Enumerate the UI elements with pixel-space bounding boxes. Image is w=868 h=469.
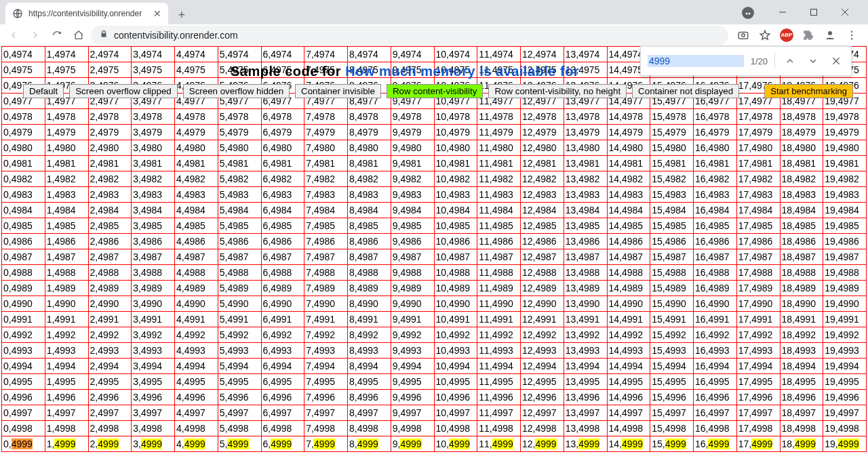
find-prev-button[interactable] — [782, 53, 798, 69]
grid-cell: 5,4985 — [218, 218, 261, 234]
grid-cell: 18,4994 — [780, 359, 823, 374]
grid-cell: 12,4974 — [521, 47, 564, 62]
grid-cell: 18,4988 — [780, 265, 823, 281]
grid-cell: 4,4995 — [175, 374, 218, 390]
mode-button-2[interactable]: Screen overflow hidden — [183, 84, 290, 98]
new-tab-button[interactable]: + — [172, 5, 191, 24]
grid-cell: 1,4987 — [45, 249, 88, 265]
browser-tab[interactable]: https://contentvisibility.onrender ✕ — [5, 3, 168, 24]
grid-cell: 17,4983 — [736, 187, 780, 203]
grid-cell: 18,4989 — [780, 281, 823, 296]
divider — [774, 53, 775, 69]
close-window-button[interactable] — [835, 8, 854, 18]
grid-cell: 10,4980 — [434, 140, 477, 156]
grid-cell: 19,4997 — [823, 405, 867, 421]
grid-cell: 1,4981 — [45, 156, 88, 171]
grid-cell: 11,4996 — [477, 390, 521, 405]
grid-cell: 18,4996 — [780, 390, 823, 405]
grid-cell: 11,4987 — [477, 249, 521, 265]
grid-cell: 6,4988 — [261, 265, 304, 281]
grid-cell: 4,4986 — [175, 234, 218, 249]
grid-cell: 0,4996 — [2, 390, 45, 405]
mode-button-4[interactable]: Row content-visibility — [387, 84, 483, 98]
grid-cell: 17,4993 — [736, 343, 780, 359]
grid-cell: 5,4989 — [218, 281, 261, 296]
address-bar[interactable]: contentvisibility.onrender.com — [91, 26, 728, 45]
grid-cell: 2,4979 — [88, 125, 132, 140]
grid-cell: 13,4999 — [564, 436, 607, 452]
close-icon[interactable]: ✕ — [153, 8, 161, 19]
grid-cell: 12,4979 — [521, 125, 564, 140]
grid-cell: 0,4987 — [2, 249, 45, 265]
start-benchmarking-button[interactable]: Start benchmarking — [764, 84, 853, 98]
grid-cell: 19,4986 — [823, 234, 867, 249]
grid-cell: 7,4989 — [304, 281, 348, 296]
grid-cell: 10,4979 — [434, 125, 477, 140]
star-icon[interactable] — [755, 26, 774, 45]
grid-cell: 13,4978 — [564, 109, 607, 125]
mode-button-3[interactable]: Container invisible — [295, 84, 381, 98]
grid-cell: 19,4994 — [823, 359, 867, 374]
table-row: 0,49831,49832,49833,49834,49835,49836,49… — [2, 187, 867, 203]
grid-cell: 3,4992 — [132, 327, 175, 343]
grid-cell: 6,4984 — [261, 203, 304, 218]
mode-button-0[interactable]: Default — [23, 84, 64, 98]
home-button[interactable] — [69, 26, 88, 45]
grid-cell: 8,4999 — [348, 436, 391, 452]
find-query[interactable]: 4999 — [648, 55, 744, 67]
grid-cell: 9,4980 — [391, 140, 434, 156]
grid-cell: 4,4994 — [175, 359, 218, 374]
mode-button-1[interactable]: Screen overflow clipped — [69, 84, 178, 98]
maximize-button[interactable] — [804, 8, 823, 18]
grid-cell: 11,4985 — [477, 218, 521, 234]
grid-cell: 1,4983 — [45, 187, 88, 203]
minimize-button[interactable] — [773, 8, 792, 18]
grid-cell: 8,4992 — [348, 327, 391, 343]
grid-cell: 2,4974 — [88, 47, 132, 62]
grid-cell: 8,4996 — [348, 390, 391, 405]
grid-cell: 6,4990 — [261, 296, 304, 312]
grid-cell: 6,4979 — [261, 125, 304, 140]
grid-cell: 16,4990 — [694, 296, 737, 312]
grid-cell: 14,4984 — [607, 203, 650, 218]
table-row: 0,49951,49952,49953,49954,49955,49956,49… — [2, 374, 867, 390]
grid-cell: 4,4974 — [175, 47, 218, 62]
grid-cell: 14,4987 — [607, 249, 650, 265]
grid-cell: 10,4985 — [434, 218, 477, 234]
grid-cell: 5,4987 — [218, 249, 261, 265]
grid-cell: 19,4996 — [823, 390, 867, 405]
table-row: 0,49941,49942,49943,49944,49945,49946,49… — [2, 359, 867, 374]
grid-cell: 3,4984 — [132, 203, 175, 218]
grid-cell: 5,4997 — [218, 405, 261, 421]
grid-cell: 13,4993 — [564, 343, 607, 359]
grid-cell: 4,4998 — [175, 421, 218, 436]
lens-icon[interactable] — [734, 26, 753, 45]
grid-cell: 18,4981 — [780, 156, 823, 171]
mode-button-6[interactable]: Container not displayed — [632, 84, 739, 98]
grid-cell: 7,4990 — [304, 296, 348, 312]
grid-cell: 15,4991 — [650, 312, 694, 327]
profile-avatar[interactable] — [821, 26, 840, 45]
extensions-icon[interactable] — [799, 26, 818, 45]
forward-button[interactable] — [26, 26, 45, 45]
grid-cell: 9,4996 — [391, 390, 434, 405]
grid-cell: 10,4986 — [434, 234, 477, 249]
find-close-button[interactable] — [828, 53, 844, 69]
mode-button-5[interactable]: Row content-visibility, no height — [488, 84, 627, 98]
grid-cell: 16,4994 — [694, 359, 737, 374]
table-row: 0,49881,49882,49883,49884,49885,49886,49… — [2, 265, 867, 281]
kebab-menu-icon[interactable] — [842, 26, 861, 45]
abp-icon[interactable]: ABP — [777, 26, 796, 45]
grid-cell: 5,4998 — [218, 421, 261, 436]
find-next-button[interactable] — [805, 53, 821, 69]
grid-cell: 16,4987 — [694, 249, 737, 265]
grid-cell: 11,4992 — [477, 327, 521, 343]
grid-cell: 1,4980 — [45, 140, 88, 156]
heading-link[interactable]: How much memory is available for — [345, 64, 579, 79]
grid-cell: 11,4979 — [477, 125, 521, 140]
grid-cell: 4,4990 — [175, 296, 218, 312]
reload-button[interactable] — [47, 26, 66, 45]
grid-cell: 17,4991 — [736, 312, 780, 327]
back-button[interactable] — [4, 26, 23, 45]
grid-cell: 11,4983 — [477, 187, 521, 203]
